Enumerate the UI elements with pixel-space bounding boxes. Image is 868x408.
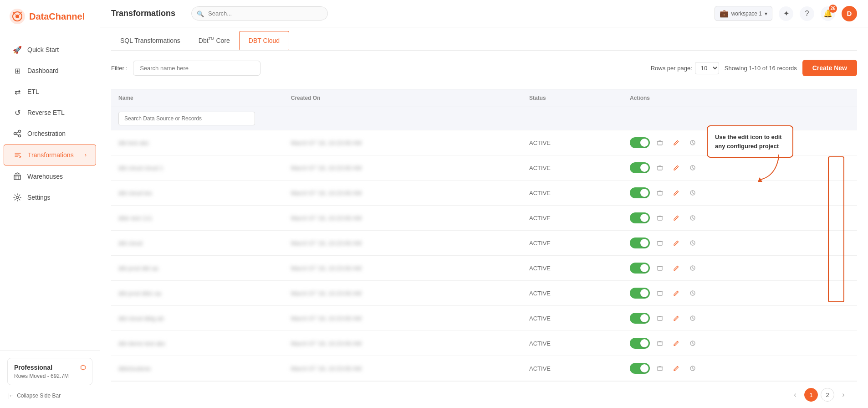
tab-dbt-cloud[interactable]: DBT Cloud	[239, 31, 289, 51]
row-toggle[interactable]	[630, 263, 650, 274]
filter-input[interactable]	[133, 61, 260, 76]
rows-per-page-select[interactable]: 10 25 50	[695, 62, 719, 74]
reverse-etl-icon: ↺	[13, 108, 22, 117]
row-status: ACTIVE	[522, 306, 623, 331]
row-status: ACTIVE	[522, 331, 623, 356]
row-name: dbt prod dbt aa	[118, 265, 158, 272]
row-toggle[interactable]	[630, 363, 650, 374]
svg-rect-14	[658, 166, 662, 170]
row-created-on: March 07 '18, 10:23:00 AM	[291, 215, 362, 222]
pagination-next[interactable]: ›	[837, 388, 850, 401]
table-row: dbt cloud dbtg abMarch 07 '18, 10:23:00 …	[111, 306, 857, 331]
workspace-selector[interactable]: 💼 workspace 1 ▾	[715, 6, 772, 21]
sidebar-bottom: Professional ⬡ Rows Moved - 692.7M |← Co…	[0, 350, 100, 408]
svg-rect-20	[658, 242, 662, 245]
delete-icon[interactable]	[654, 161, 666, 174]
sidebar-item-transformations[interactable]: Transformations ›	[4, 145, 96, 165]
collapse-sidebar-button[interactable]: |← Collapse Side Bar	[7, 391, 92, 401]
sidebar-item-reverse-etl[interactable]: ↺ Reverse ETL	[4, 103, 96, 123]
row-toggle[interactable]	[630, 313, 650, 324]
edit-icon[interactable]	[670, 212, 683, 224]
row-created-on: March 07 '18, 10:23:00 AM	[291, 365, 362, 372]
history-icon[interactable]	[686, 362, 699, 375]
delete-icon[interactable]	[654, 186, 666, 199]
row-name: dbt demo test abc	[118, 340, 165, 347]
edit-icon[interactable]	[670, 262, 683, 274]
search-input[interactable]	[191, 6, 328, 21]
row-toggle[interactable]	[630, 238, 650, 248]
edit-icon[interactable]	[670, 362, 683, 375]
edit-icon[interactable]	[670, 186, 683, 199]
history-icon[interactable]	[686, 262, 699, 274]
row-created-on: March 07 '18, 10:23:00 AM	[291, 190, 362, 196]
external-link-icon[interactable]: ⬡	[80, 364, 86, 371]
sidebar-item-warehouses[interactable]: Warehouses	[4, 166, 96, 186]
row-toggle[interactable]	[630, 338, 650, 349]
edit-icon[interactable]	[670, 237, 683, 249]
svg-line-9	[16, 134, 19, 135]
sidebar-item-quick-start[interactable]: 🚀 Quick Start	[4, 40, 96, 60]
delete-icon[interactable]	[654, 337, 666, 350]
row-name: dbt prod dbtc aa	[118, 290, 161, 297]
edit-icon[interactable]	[670, 337, 683, 350]
row-status: ACTIVE	[522, 231, 623, 256]
pagination-page-2[interactable]: 2	[821, 388, 834, 402]
header-actions: 💼 workspace 1 ▾ ✦ ? 🔔 26 D	[715, 6, 857, 21]
row-status: ACTIVE	[522, 356, 623, 381]
delete-icon[interactable]	[654, 212, 666, 224]
history-icon[interactable]	[686, 161, 699, 174]
tab-sql-transformations[interactable]: SQL Transformations	[111, 31, 189, 51]
notifications-button[interactable]: 🔔 26	[821, 6, 835, 21]
pagination-prev[interactable]: ‹	[789, 388, 802, 401]
delete-icon[interactable]	[654, 287, 666, 300]
history-icon[interactable]	[686, 136, 699, 149]
row-toggle[interactable]	[630, 137, 650, 148]
row-created-on: March 07 '18, 10:23:00 AM	[291, 290, 362, 297]
svg-rect-30	[658, 367, 662, 371]
help-button[interactable]: ?	[800, 6, 814, 21]
page-header: Transformations 🔍 💼 workspace 1 ▾ ✦ ? 🔔 …	[100, 0, 868, 27]
delete-icon[interactable]	[654, 136, 666, 149]
history-icon[interactable]	[686, 186, 699, 199]
col-header-status: Status	[522, 89, 623, 107]
table-row: dbtcloudoneMarch 07 '18, 10:23:00 AMACTI…	[111, 356, 857, 381]
delete-icon[interactable]	[654, 237, 666, 249]
row-toggle[interactable]	[630, 187, 650, 198]
row-toggle[interactable]	[630, 212, 650, 223]
col-header-actions: Actions	[623, 89, 857, 107]
plan-card: Professional ⬡ Rows Moved - 692.7M	[7, 358, 92, 385]
edit-icon[interactable]	[670, 161, 683, 174]
row-toggle[interactable]	[630, 288, 650, 299]
pagination-page-1[interactable]: 1	[804, 388, 818, 402]
sidebar-item-etl[interactable]: ⇄ ETL	[4, 82, 96, 102]
table-search-input[interactable]	[118, 112, 255, 125]
table-row: dbt cloudMarch 07 '18, 10:23:00 AMACTIVE	[111, 231, 857, 256]
tab-dbt-core[interactable]: DbtTM Core	[189, 31, 239, 51]
history-icon[interactable]	[686, 237, 699, 249]
history-icon[interactable]	[686, 287, 699, 300]
user-avatar[interactable]: D	[842, 6, 857, 21]
nav-arrow-icon: ›	[85, 152, 87, 158]
history-icon[interactable]	[686, 337, 699, 350]
create-new-button[interactable]: Create New	[802, 60, 857, 76]
col-header-created: Created On	[284, 89, 522, 107]
row-created-on: March 07 '18, 10:23:00 AM	[291, 340, 362, 347]
edit-icon[interactable]	[670, 312, 683, 325]
tab-bar: SQL Transformations DbtTM Core DBT Cloud	[111, 27, 857, 51]
sidebar-item-settings[interactable]: Settings	[4, 187, 96, 207]
sparkle-button[interactable]: ✦	[779, 6, 793, 21]
svg-rect-22	[658, 267, 662, 270]
history-icon[interactable]	[686, 312, 699, 325]
edit-icon[interactable]	[670, 136, 683, 149]
edit-icon[interactable]	[670, 287, 683, 300]
row-created-on: March 07 '18, 10:23:00 AM	[291, 265, 362, 272]
rocket-icon: 🚀	[13, 45, 22, 54]
sidebar-item-dashboard[interactable]: ⊞ Dashboard	[4, 61, 96, 81]
sidebar-item-orchestration[interactable]: Orchestration	[4, 124, 96, 144]
dashboard-icon: ⊞	[13, 66, 22, 75]
delete-icon[interactable]	[654, 362, 666, 375]
delete-icon[interactable]	[654, 262, 666, 274]
history-icon[interactable]	[686, 212, 699, 224]
delete-icon[interactable]	[654, 312, 666, 325]
row-toggle[interactable]	[630, 162, 650, 173]
